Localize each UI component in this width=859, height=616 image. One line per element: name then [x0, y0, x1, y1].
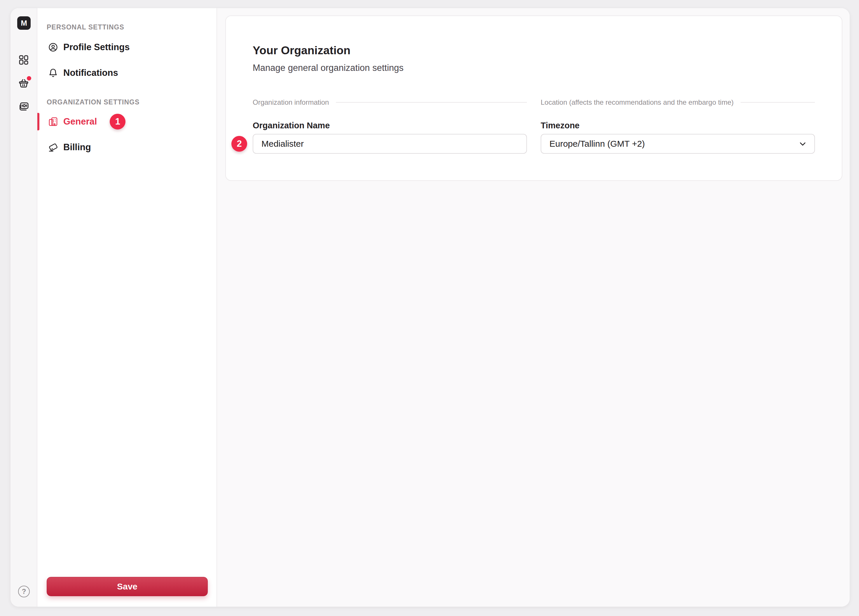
- sidebar-item-notifications[interactable]: Notifications: [37, 64, 217, 82]
- section-divider: [336, 102, 527, 103]
- dashboard-icon[interactable]: [18, 54, 29, 65]
- sidebar-item-profile-settings[interactable]: Profile Settings: [37, 38, 217, 56]
- section-label: Organization information: [253, 98, 329, 106]
- save-button[interactable]: Save: [47, 577, 208, 596]
- organization-card: Your Organization Manage general organiz…: [225, 16, 842, 181]
- timezone-field-wrap: Europe/Tallinn (GMT +2): [541, 134, 815, 154]
- sidebar-item-general[interactable]: General 1: [37, 112, 217, 131]
- main-content: Your Organization Manage general organiz…: [217, 8, 850, 607]
- org-info-column: Organization information Organization Na…: [253, 98, 527, 154]
- org-name-field-wrap: 2: [253, 134, 527, 154]
- help-icon[interactable]: ?: [18, 586, 30, 597]
- user-circle-icon: [48, 42, 58, 52]
- bell-icon: [48, 68, 58, 78]
- notification-dot: [27, 76, 31, 81]
- icon-rail: M: [11, 8, 37, 607]
- app-window: M: [11, 8, 850, 607]
- banknote-icon[interactable]: [18, 101, 29, 112]
- rail-icons: [11, 54, 37, 112]
- location-column: Location (affects the recommendations an…: [541, 98, 815, 154]
- timezone-selected-value: Europe/Tallinn (GMT +2): [550, 139, 645, 149]
- org-name-label: Organization Name: [253, 121, 527, 130]
- page-background: M: [0, 0, 859, 616]
- timezone-label: Timezone: [541, 121, 815, 130]
- workspace-logo[interactable]: M: [17, 16, 31, 30]
- sidebar-item-label: Billing: [63, 142, 91, 153]
- annotation-step-1: 1: [110, 114, 125, 129]
- basket-icon[interactable]: [18, 78, 29, 89]
- annotation-step-2: 2: [231, 136, 247, 152]
- section-label: Location (affects the recommendations an…: [541, 98, 734, 106]
- settings-sidebar: PERSONAL SETTINGS Profile Settings Notif…: [37, 8, 217, 607]
- sidebar-heading-organization: ORGANIZATION SETTINGS: [47, 98, 217, 106]
- section-divider: [740, 102, 815, 103]
- organization-name-input[interactable]: [253, 134, 527, 154]
- credit-card-icon: [48, 142, 58, 152]
- org-info-section-header: Organization information: [253, 98, 527, 106]
- sidebar-heading-personal: PERSONAL SETTINGS: [47, 23, 217, 31]
- chevron-down-icon: [798, 139, 807, 148]
- page-title: Your Organization: [253, 44, 815, 57]
- timezone-select[interactable]: Europe/Tallinn (GMT +2): [541, 134, 815, 154]
- location-section-header: Location (affects the recommendations an…: [541, 98, 815, 106]
- buildings-icon: [48, 117, 58, 126]
- sidebar-item-label: General: [63, 116, 97, 127]
- sidebar-item-label: Notifications: [63, 68, 118, 78]
- sidebar-item-billing[interactable]: Billing: [37, 138, 217, 157]
- sidebar-item-label: Profile Settings: [63, 42, 130, 53]
- page-subtitle: Manage general organization settings: [253, 63, 815, 73]
- form-grid: Organization information Organization Na…: [253, 98, 815, 154]
